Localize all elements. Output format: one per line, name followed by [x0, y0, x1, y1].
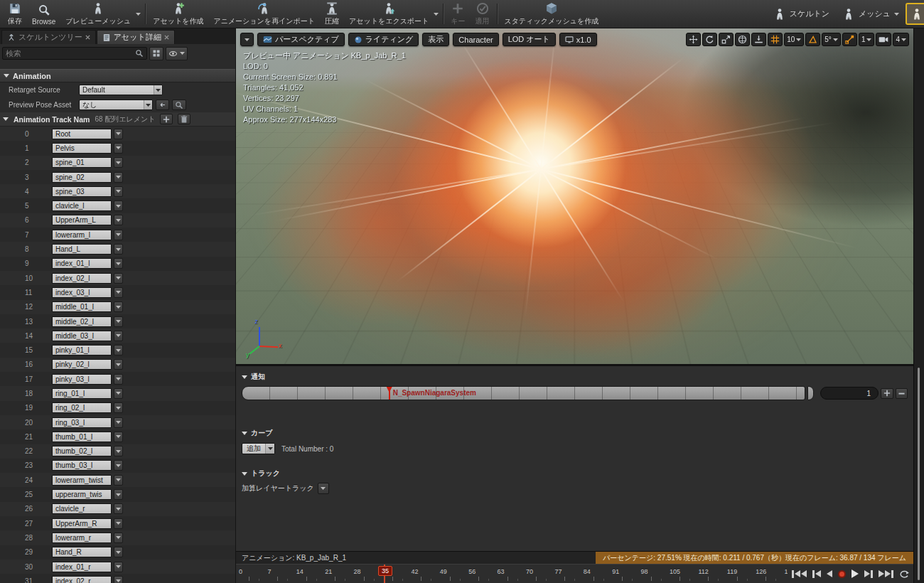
track-name-field[interactable]: clavicle_r	[52, 503, 112, 514]
browse-button[interactable]: Browse	[27, 0, 60, 28]
compression-button[interactable]: 圧縮	[320, 0, 344, 28]
delete-elements-button[interactable]	[178, 114, 190, 124]
track-name-field[interactable]: spine_02	[52, 172, 112, 183]
camera-speed-button[interactable]	[876, 33, 891, 46]
track-row-menu-button[interactable]	[114, 518, 123, 529]
track-row-menu-button[interactable]	[114, 129, 123, 139]
play-forward-button[interactable]	[852, 569, 859, 578]
track-name-field[interactable]: UpperArm_R	[52, 518, 112, 529]
reset-to-default-button[interactable]	[156, 100, 169, 110]
track-name-field[interactable]: Hand_R	[52, 547, 112, 557]
track-name-field[interactable]: thumb_03_l	[52, 460, 112, 471]
skeleton-mode-button[interactable]: スケルトン	[767, 0, 836, 28]
track-row-menu-button[interactable]	[114, 374, 123, 385]
track-row-menu-button[interactable]	[114, 503, 123, 514]
reimport-animation-button[interactable]: アニメーションを再インポート	[208, 0, 320, 28]
track-name-field[interactable]: pinky_03_l	[52, 374, 112, 385]
track-name-field[interactable]: lowerarm_twist	[52, 475, 112, 486]
perspective-button[interactable]: パースペクティブ	[257, 33, 345, 46]
track-row-menu-button[interactable]	[114, 215, 123, 225]
scale-tool-button[interactable]	[719, 33, 734, 46]
viewport[interactable]: プレビュー中 アニメーション KB_p_Jab_R_1 LOD: 0 Curre…	[236, 28, 913, 364]
track-name-field[interactable]: thumb_01_l	[52, 432, 112, 442]
retarget-source-dropdown[interactable]: Default	[79, 85, 163, 95]
loop-button[interactable]	[899, 569, 910, 579]
track-name-field[interactable]: middle_02_l	[52, 316, 112, 327]
add-element-button[interactable]	[160, 114, 173, 124]
track-row-menu-button[interactable]	[114, 402, 123, 413]
track-row-menu-button[interactable]	[114, 359, 123, 370]
move-tool-button[interactable]	[686, 33, 701, 46]
track-name-field[interactable]: spine_03	[52, 186, 112, 197]
track-row-menu-button[interactable]	[114, 186, 123, 197]
track-name-field[interactable]: upperarm_twis	[52, 489, 112, 500]
tracks-section-header[interactable]: トラック	[236, 469, 913, 478]
scale-snap-value-button[interactable]: 1	[859, 33, 875, 46]
track-row-menu-button[interactable]	[114, 475, 123, 486]
track-name-field[interactable]: lowerarm_l	[52, 230, 112, 240]
curves-section-header[interactable]: カーブ	[236, 428, 913, 438]
search-box[interactable]	[2, 47, 147, 60]
track-name-field[interactable]: ring_02_l	[52, 402, 112, 413]
track-row-menu-button[interactable]	[114, 244, 123, 255]
timeline-playhead[interactable]: 35	[378, 566, 392, 576]
track-name-field[interactable]: index_02_l	[52, 273, 112, 284]
track-name-field[interactable]: index_02_r	[52, 576, 112, 583]
track-row-menu-button[interactable]	[114, 562, 123, 572]
tab-skeleton-tree[interactable]: スケルトンツリー	[1, 30, 96, 44]
track-name-field[interactable]: middle_03_l	[52, 331, 112, 341]
search-input[interactable]	[6, 49, 133, 58]
track-row-menu-button[interactable]	[114, 287, 123, 298]
right-collapsed-panel[interactable]	[913, 28, 924, 583]
track-row-menu-button[interactable]	[114, 157, 123, 168]
surface-snap-button[interactable]	[751, 33, 766, 46]
track-row-menu-button[interactable]	[114, 345, 123, 355]
browse-asset-button[interactable]	[172, 100, 186, 110]
lighting-button[interactable]: ライティング	[348, 33, 419, 46]
tab-asset-details[interactable]: アセット詳細	[97, 30, 175, 44]
track-row-menu-button[interactable]	[114, 301, 123, 312]
track-name-field[interactable]: pinky_01_l	[52, 345, 112, 355]
track-name-field[interactable]: index_01_l	[52, 258, 112, 269]
track-row-menu-button[interactable]	[114, 331, 123, 341]
create-asset-button[interactable]: アセットを作成	[148, 0, 208, 28]
track-name-field[interactable]: Pelvis	[52, 143, 112, 154]
notify-section-header[interactable]: 通知	[236, 372, 913, 382]
grid-snap-value-button[interactable]: 10	[784, 33, 804, 46]
track-name-field[interactable]: spine_01	[52, 157, 112, 168]
track-row-menu-button[interactable]	[114, 172, 123, 183]
rotation-snap-button[interactable]	[805, 33, 820, 46]
track-name-field[interactable]: index_03_l	[52, 287, 112, 298]
notify-track[interactable]: N_SpawnNiagaraSystem	[242, 386, 805, 400]
notify-event-label[interactable]: N_SpawnNiagaraSystem	[393, 389, 476, 397]
step-backward-button[interactable]	[812, 570, 821, 578]
rotation-snap-value-button[interactable]: 5°	[822, 33, 841, 46]
panel-grip[interactable]	[918, 368, 920, 580]
preview-mesh-button[interactable]: プレビューメッシュ	[60, 0, 136, 28]
track-names-header[interactable]: Animation Track Nam 68 配列エレメント	[0, 112, 235, 127]
track-row-menu-button[interactable]	[114, 432, 123, 442]
go-to-end-button[interactable]	[879, 570, 893, 578]
go-to-front-button[interactable]	[792, 570, 807, 578]
step-forward-button[interactable]	[864, 570, 873, 578]
preview-pose-dropdown[interactable]: なし	[79, 100, 153, 110]
track-name-field[interactable]: lowerarm_r	[52, 533, 112, 543]
track-row-menu-button[interactable]	[114, 273, 123, 284]
track-row-menu-button[interactable]	[114, 489, 123, 500]
close-icon[interactable]	[85, 35, 90, 40]
track-name-field[interactable]: thumb_02_l	[52, 446, 112, 456]
track-name-field[interactable]: clavicle_l	[52, 200, 112, 211]
track-row-menu-button[interactable]	[114, 576, 123, 583]
track-name-field[interactable]: UpperArm_L	[52, 215, 112, 225]
rotate-tool-button[interactable]	[702, 33, 717, 46]
active-tool-button[interactable]	[906, 3, 924, 25]
track-row-menu-button[interactable]	[114, 143, 123, 154]
visibility-filter-button[interactable]	[166, 47, 188, 60]
track-row-menu-button[interactable]	[114, 417, 123, 428]
playback-speed-button[interactable]: x1.0	[559, 33, 597, 46]
track-name-field[interactable]: ring_03_l	[52, 417, 112, 428]
track-row-menu-button[interactable]	[114, 460, 123, 471]
show-button[interactable]: 表示	[422, 33, 449, 46]
view-options-grid-button[interactable]	[149, 47, 163, 60]
export-asset-button[interactable]: アセットをエクスポート	[344, 0, 434, 28]
